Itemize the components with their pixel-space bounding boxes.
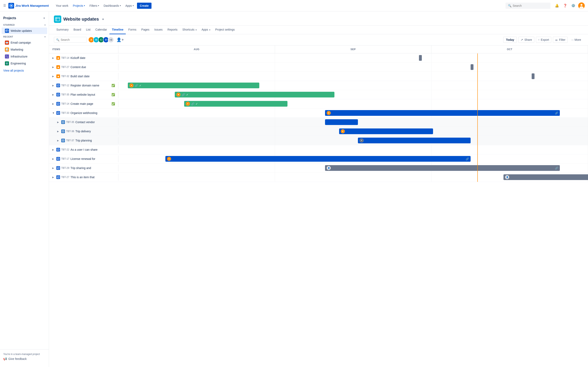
check-icon: ✓ (186, 93, 189, 96)
topnav-projects[interactable]: Projects ▾ (71, 3, 87, 8)
gantt-bar-blue[interactable]: D 🔗 (325, 110, 560, 116)
chevron-down-icon[interactable]: ▼ (52, 112, 55, 114)
tab-shortcuts[interactable]: Shortcuts ▾ (180, 25, 199, 34)
add-project-button[interactable]: + (43, 16, 45, 20)
table-row[interactable]: ▶ TBT-14 Create main page ✅ (49, 99, 588, 108)
table-row[interactable]: ▶ TBT-29 Trip sharing and (49, 164, 588, 173)
tab-board[interactable]: Board (71, 25, 84, 34)
row-name: Trip planning (75, 139, 115, 142)
starred-label: STARRED (3, 24, 15, 26)
row-gantt (118, 118, 588, 127)
sidebar-recent-header[interactable]: RECENT ▾ (0, 34, 49, 39)
table-row[interactable]: ▶ TBT-12 Register domain name ✅ (49, 81, 588, 90)
gantt-avatar: 👤 (327, 166, 331, 170)
help-button[interactable]: ❓ (562, 2, 568, 9)
chevron-right-icon[interactable]: ▶ (57, 121, 60, 124)
chevron-right-icon[interactable]: ▶ (52, 167, 55, 169)
chevron-right-icon[interactable]: ▶ (52, 103, 55, 105)
gantt-bar-green[interactable]: C 🔗 ✓ (184, 101, 287, 107)
topnav-filters[interactable]: Filters ▾ (87, 3, 101, 8)
gantt-bar-blue[interactable]: G 🔗 (165, 156, 471, 162)
tab-issues[interactable]: Issues (152, 25, 165, 34)
tab-timeline[interactable]: Timeline (109, 25, 126, 34)
topnav-your-work[interactable]: Your work (54, 3, 70, 8)
export-button[interactable]: ↑ Export (536, 37, 551, 43)
sidebar-item-label: Marketing (11, 48, 23, 51)
tab-apps[interactable]: Apps ▾ (199, 25, 213, 34)
create-button[interactable]: Create (137, 3, 152, 9)
task-icon (56, 157, 60, 161)
sidebar-item-engineering[interactable]: ⚙️ Engineering (2, 60, 47, 67)
gantt-bar-green[interactable]: A 🔗 ✓ (128, 83, 259, 88)
chevron-right-icon[interactable]: ▶ (52, 66, 55, 68)
sidebar-item-website-updates[interactable]: Website updates (2, 27, 47, 34)
table-row[interactable]: ▶ ◆ TBT-27 Content due (49, 63, 588, 72)
grid-icon[interactable]: ⠿ (3, 3, 6, 8)
chevron-right-icon[interactable]: ▶ (52, 176, 55, 179)
avatar-count[interactable]: +3 (108, 37, 114, 43)
chevron-right-icon[interactable]: ▶ (57, 130, 60, 133)
table-row[interactable]: ▶ TBT-35 Contact vendor (49, 118, 588, 127)
view-all-projects-link[interactable]: View all projects (0, 68, 49, 73)
today-button[interactable]: Today (503, 37, 517, 43)
gantt-bar-blue-small[interactable] (325, 119, 358, 125)
gantt-bar-blue[interactable]: F (358, 138, 471, 143)
chevron-right-icon[interactable]: ▶ (52, 149, 55, 151)
row-id: TBT-29 (61, 167, 69, 169)
sidebar-item-email-campaign[interactable]: 📧 Email campaign (2, 39, 47, 46)
chevron-right-icon[interactable]: ▶ (52, 57, 55, 59)
gantt-bar-blue[interactable]: E (339, 128, 433, 134)
chevron-right-icon[interactable]: ▶ (57, 139, 60, 142)
table-row[interactable]: ▶ TBT-35 Plan website layout ✅ (49, 90, 588, 99)
filter-button[interactable]: ⚌ Filter (553, 37, 568, 43)
timeline-search[interactable]: 🔍 (54, 37, 86, 43)
table-row[interactable]: ▶ TBT-36 Trip delivery (49, 127, 588, 136)
tab-pages[interactable]: Pages (139, 25, 152, 34)
chevron-right-icon[interactable]: ▶ (52, 84, 55, 87)
topnav-logo[interactable]: Jira Work Management (8, 3, 49, 8)
task-icon (56, 166, 60, 170)
table-row[interactable]: ▶ ◆ TBT-14 Kickoff date (49, 53, 588, 63)
chevron-right-icon[interactable]: ▶ (52, 158, 55, 160)
tab-forms[interactable]: Forms (126, 25, 139, 34)
chevron-right-icon[interactable]: ▶ (52, 93, 55, 96)
chevron-right-icon[interactable]: ▶ (52, 75, 55, 78)
more-button[interactable]: ··· More (569, 37, 583, 43)
topnav: ⠿ Jira Work Management Your work Project… (0, 0, 588, 11)
share-button[interactable]: ↗ Share (518, 37, 534, 43)
give-feedback-button[interactable]: 📢 Give feedback (3, 357, 45, 360)
table-row[interactable]: ▶ TBT-17 License renewal for (49, 154, 588, 164)
table-row[interactable]: ▶ TBT-27 This is an item that (49, 173, 588, 182)
aug-month-header: AUG (118, 45, 275, 53)
table-row[interactable]: ▶ TBT-22 As a user I can share (49, 145, 588, 154)
sidebar-starred-header[interactable]: STARRED ▾ (0, 22, 49, 27)
row-label: ▶ ◆ TBT-32 Build start date (49, 73, 118, 80)
topnav-apps[interactable]: Apps ▾ (123, 3, 136, 8)
feedback-icon: 📢 (3, 357, 7, 360)
search-input[interactable] (513, 4, 548, 7)
gantt-bar-gray[interactable]: 👤 (503, 174, 588, 180)
user-avatar[interactable] (578, 2, 585, 9)
sidebar-projects-title: Projects (3, 16, 16, 20)
timeline-search-input[interactable] (61, 38, 84, 42)
timeline-container[interactable]: Items AUG SEP OCT ▶ ◆ TBT-14 (49, 45, 588, 367)
add-person-button[interactable]: 👤+ (116, 37, 124, 42)
sidebar-item-infrastructure[interactable]: 🔧 Infrastructure (2, 53, 47, 60)
settings-button[interactable]: ⚙️ (570, 2, 577, 9)
tab-calendar[interactable]: Calendar (93, 25, 109, 34)
sidebar-item-marketing[interactable]: 📊 Marketing (2, 46, 47, 53)
topnav-dashboards[interactable]: Dashboards ▾ (102, 3, 123, 8)
table-row[interactable]: ▼ TBT-33 Organize webhosting (49, 108, 588, 118)
table-row[interactable]: ▶ TBT-37 Trip planning (49, 136, 588, 145)
table-row[interactable]: ▶ ◆ TBT-32 Build start date (49, 72, 588, 81)
gantt-bar-gray[interactable]: 👤 🔗 (325, 165, 560, 171)
star-icon[interactable]: ✦ (102, 17, 104, 21)
gantt-bar-green[interactable]: B 🔗 ✓ (175, 92, 334, 98)
tab-project-settings[interactable]: Project settings (213, 25, 237, 34)
tab-list[interactable]: List (84, 25, 93, 34)
notifications-button[interactable]: 🔔 (554, 2, 560, 9)
tab-summary[interactable]: Summary (54, 25, 71, 34)
filter-icon: ⚌ (555, 38, 558, 42)
topnav-search[interactable]: 🔍 (506, 3, 550, 9)
tab-reports[interactable]: Reports (165, 25, 180, 34)
